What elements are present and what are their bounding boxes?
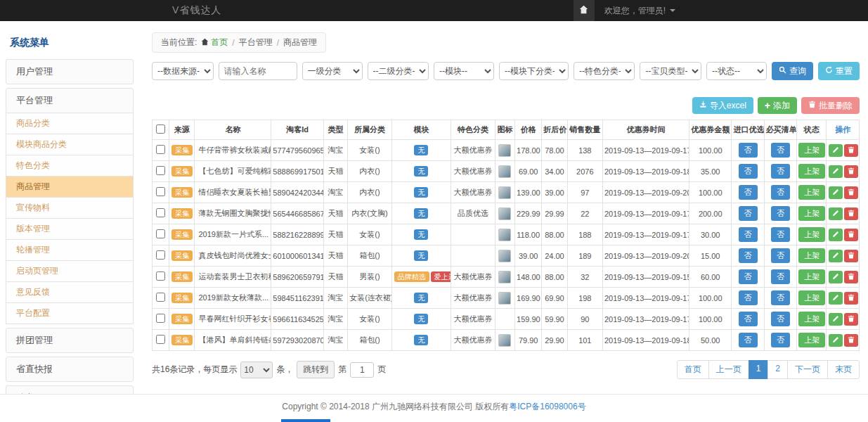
must-buy-toggle[interactable]: 否 xyxy=(771,143,790,158)
sidebar-item-商品管理[interactable]: 商品管理 xyxy=(6,176,134,198)
delete-button[interactable] xyxy=(844,144,858,157)
page-button-1[interactable]: 1 xyxy=(749,360,769,379)
must-buy-toggle[interactable]: 否 xyxy=(771,333,790,347)
row-checkbox[interactable] xyxy=(156,166,165,175)
delete-button[interactable] xyxy=(844,292,858,305)
home-button[interactable] xyxy=(574,0,595,21)
search-button[interactable]: 查询 xyxy=(772,62,813,80)
sidebar-item-平台配置[interactable]: 平台配置 xyxy=(6,302,134,324)
sidebar-item-用户管理[interactable]: 用户管理 xyxy=(6,59,134,84)
status-button[interactable]: 上架 xyxy=(798,290,825,305)
sidebar-item-省直快报[interactable]: 省直快报 xyxy=(6,357,134,382)
row-checkbox[interactable] xyxy=(156,250,165,260)
delete-button[interactable] xyxy=(844,229,858,241)
must-buy-toggle[interactable]: 否 xyxy=(771,269,790,284)
name-filter-input[interactable] xyxy=(219,62,297,80)
edit-button[interactable] xyxy=(829,186,843,199)
filter-select[interactable]: --模块-- xyxy=(434,62,494,80)
edit-button[interactable] xyxy=(829,271,843,283)
status-button[interactable]: 上架 xyxy=(798,206,825,221)
import-optimal-toggle[interactable]: 否 xyxy=(739,248,758,263)
delete-button[interactable] xyxy=(844,186,858,199)
must-buy-toggle[interactable]: 否 xyxy=(771,185,790,200)
import-optimal-toggle[interactable]: 否 xyxy=(739,333,758,347)
add-button[interactable]: + 添加 xyxy=(758,97,797,114)
status-button[interactable]: 上架 xyxy=(798,312,825,326)
status-button[interactable]: 上架 xyxy=(798,269,825,284)
sidebar-item-模块商品分类[interactable]: 模块商品分类 xyxy=(6,134,134,155)
row-checkbox[interactable] xyxy=(156,271,165,281)
filter-select[interactable]: 一级分类 xyxy=(302,62,363,80)
filter-select[interactable]: --特色分类-- xyxy=(574,62,635,80)
jump-button[interactable]: 跳转到 xyxy=(297,361,335,378)
edit-button[interactable] xyxy=(829,250,843,262)
delete-button[interactable] xyxy=(844,313,858,326)
import-optimal-toggle[interactable]: 否 xyxy=(739,290,758,305)
sidebar-item-轮播管理[interactable]: 轮播管理 xyxy=(6,239,134,261)
filter-select[interactable]: --模块下分类-- xyxy=(499,62,569,80)
must-buy-toggle[interactable]: 否 xyxy=(771,312,790,326)
import-optimal-toggle[interactable]: 否 xyxy=(739,312,758,326)
edit-button[interactable] xyxy=(829,292,843,305)
page-button-2[interactable]: 2 xyxy=(767,360,788,379)
sidebar-item-版本管理[interactable]: 版本管理 xyxy=(6,218,134,240)
page-button-下一页[interactable]: 下一页 xyxy=(787,360,828,379)
status-button[interactable]: 上架 xyxy=(798,248,825,263)
must-buy-toggle[interactable]: 否 xyxy=(771,164,790,179)
status-button[interactable]: 上架 xyxy=(798,333,825,347)
row-checkbox[interactable] xyxy=(156,145,165,154)
page-button-末页[interactable]: 末页 xyxy=(827,360,860,379)
filter-select[interactable]: --宝贝类型-- xyxy=(640,62,701,80)
delete-button[interactable] xyxy=(844,207,858,220)
row-checkbox[interactable] xyxy=(156,293,165,302)
icp-link[interactable]: 粤ICP备16098006号 xyxy=(509,402,585,411)
edit-button[interactable] xyxy=(829,144,843,157)
page-button-上一页[interactable]: 上一页 xyxy=(708,360,749,379)
import-optimal-toggle[interactable]: 否 xyxy=(739,143,758,158)
edit-button[interactable] xyxy=(829,313,843,326)
import-optimal-toggle[interactable]: 否 xyxy=(739,227,758,242)
page-size-select[interactable]: 10 xyxy=(240,362,273,378)
import-optimal-toggle[interactable]: 否 xyxy=(739,269,758,284)
delete-button[interactable] xyxy=(844,250,858,262)
must-buy-toggle[interactable]: 否 xyxy=(771,290,790,305)
status-button[interactable]: 上架 xyxy=(798,185,825,200)
filter-select[interactable]: --二级分类-- xyxy=(368,62,429,80)
sidebar-item-平台管理[interactable]: 平台管理 xyxy=(6,88,134,113)
row-checkbox[interactable] xyxy=(156,229,165,238)
must-buy-toggle[interactable]: 否 xyxy=(771,248,790,263)
import-excel-button[interactable]: 导入excel xyxy=(692,97,753,114)
sidebar-item-特色分类[interactable]: 特色分类 xyxy=(6,155,134,177)
import-optimal-toggle[interactable]: 否 xyxy=(739,185,758,200)
sidebar-item-商品分类[interactable]: 商品分类 xyxy=(6,113,134,134)
import-optimal-toggle[interactable]: 否 xyxy=(739,164,758,179)
edit-button[interactable] xyxy=(829,165,843,178)
edit-button[interactable] xyxy=(829,334,843,347)
status-button[interactable]: 上架 xyxy=(798,227,825,242)
batch-delete-button[interactable]: 批量删除 xyxy=(801,97,860,114)
must-buy-toggle[interactable]: 否 xyxy=(771,206,790,221)
must-buy-toggle[interactable]: 否 xyxy=(771,227,790,242)
sidebar-item-意见反馈[interactable]: 意见反馈 xyxy=(6,281,134,303)
import-optimal-toggle[interactable]: 否 xyxy=(739,206,758,221)
sidebar-item-宣传物料[interactable]: 宣传物料 xyxy=(6,197,134,219)
sidebar-item-拼团管理[interactable]: 拼团管理 xyxy=(6,328,134,353)
row-checkbox[interactable] xyxy=(156,208,165,217)
reset-button[interactable]: 重置 xyxy=(818,62,860,80)
status-button[interactable]: 上架 xyxy=(798,143,825,158)
jump-page-input[interactable] xyxy=(350,362,374,378)
select-all-checkbox[interactable] xyxy=(156,124,165,134)
row-checkbox[interactable] xyxy=(156,187,165,196)
delete-button[interactable] xyxy=(844,271,858,283)
edit-button[interactable] xyxy=(829,229,843,241)
page-button-首页[interactable]: 首页 xyxy=(677,360,709,379)
row-checkbox[interactable] xyxy=(156,314,165,323)
row-checkbox[interactable] xyxy=(156,335,165,344)
delete-button[interactable] xyxy=(844,334,858,347)
horizontal-scrollbar-thumb[interactable] xyxy=(281,419,330,422)
sidebar-item-启动页管理[interactable]: 启动页管理 xyxy=(6,260,134,282)
status-button[interactable]: 上架 xyxy=(798,164,825,179)
edit-button[interactable] xyxy=(829,207,843,220)
filter-select[interactable]: --数据来源-- xyxy=(152,62,214,80)
user-menu[interactable]: 欢迎您，管理员! xyxy=(595,5,685,17)
